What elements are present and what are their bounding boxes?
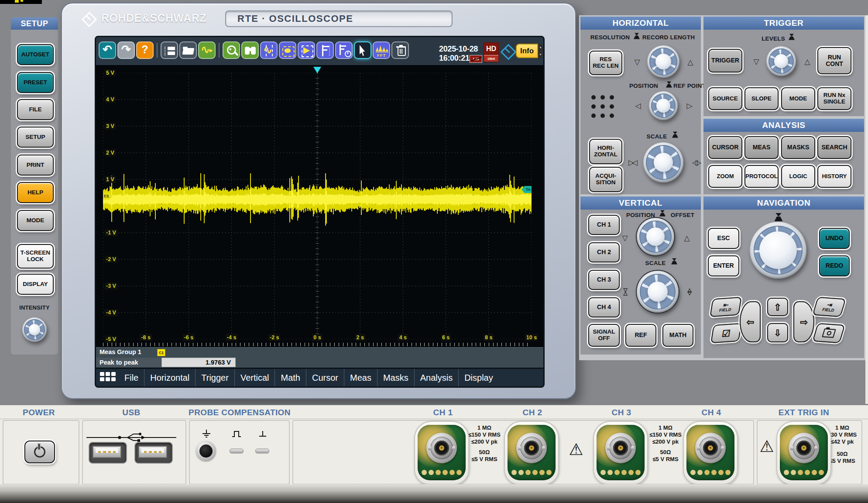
delete-icon[interactable] — [391, 41, 409, 59]
trigger-button[interactable]: TRIGGER — [708, 49, 742, 72]
protocol-button[interactable]: PROTOCOL — [744, 165, 779, 188]
print-button[interactable]: PRINT — [17, 155, 54, 176]
meas-button[interactable]: MEAS — [744, 136, 779, 159]
enter-button[interactable]: ENTER — [708, 255, 739, 276]
menu-analysis[interactable]: Analysis — [414, 369, 458, 386]
help-icon[interactable]: ? — [136, 41, 154, 59]
oscilloscope-front-panel: { "brand": {"name": "ROHDE&SCHWARZ", "mo… — [0, 0, 868, 503]
h-position-knob[interactable] — [649, 91, 678, 120]
file-open-icon[interactable] — [179, 41, 197, 59]
menu-vertical[interactable]: Vertical — [234, 369, 275, 386]
cursor-tool-icon[interactable]: ∿ — [260, 41, 278, 59]
arrow-right-key[interactable]: ⇨ — [793, 301, 814, 342]
arrow-up-icon: ⇧ — [774, 303, 782, 312]
search-button[interactable]: SEARCH — [817, 136, 851, 159]
navigation-knob[interactable] — [750, 222, 806, 279]
channel-2-button[interactable]: CH 2 — [588, 242, 620, 262]
undo-icon[interactable]: ↶ — [99, 41, 116, 59]
signal-off-button[interactable]: SIGNALOFF — [588, 324, 620, 347]
power-button[interactable] — [24, 441, 55, 463]
res-rec-len-button[interactable]: RESREC LEN — [589, 51, 622, 75]
autoset-button[interactable]: AUTOSET — [17, 44, 54, 65]
menu-cursor[interactable]: Cursor — [306, 369, 344, 386]
acquisition-button[interactable]: ACQUI-SITION — [589, 167, 622, 192]
v-position-knob[interactable] — [637, 218, 674, 255]
redo-icon[interactable]: ↷ — [117, 41, 135, 59]
model-badge: RTE · OSCILLOSCOPE — [225, 10, 453, 27]
mode-button[interactable]: MODE — [17, 210, 54, 231]
info-button[interactable]: Info — [516, 44, 538, 58]
bnc-ext-trig: + — [776, 421, 831, 485]
v-scale-label: SCALE — [645, 260, 666, 266]
channel-3-button[interactable]: CH 3 — [588, 270, 620, 290]
redo-button[interactable]: REDO — [819, 255, 850, 276]
file-button[interactable]: FILE — [17, 99, 54, 120]
logic-button[interactable]: LOGIC — [781, 165, 815, 188]
ext-trig-section-title: EXT TRIG IN — [779, 408, 829, 417]
masks-button[interactable]: MASKS — [781, 136, 815, 159]
history-button[interactable]: HISTORY — [817, 165, 851, 188]
measure-icon[interactable] — [316, 41, 334, 59]
ch1-section-title: CH 1 — [433, 408, 453, 417]
horizontal-button[interactable]: HORI-ZONTAL — [589, 139, 622, 164]
resolution-knob[interactable] — [647, 45, 679, 78]
quick-measure-icon[interactable] — [335, 41, 353, 59]
ref-point-label: REF POINT — [673, 83, 706, 89]
menu-grid-button[interactable] — [100, 372, 116, 381]
menu-horizontal[interactable]: Horizontal — [144, 369, 195, 386]
zoom-select-icon[interactable] — [298, 41, 315, 59]
push-knob-icon — [788, 34, 795, 41]
cursor-button[interactable]: CURSOR — [708, 136, 742, 159]
math-button[interactable]: MATH — [662, 324, 693, 347]
intensity-knob[interactable] — [22, 317, 47, 342]
help-button[interactable]: HELP — [17, 182, 54, 203]
screenshot-key[interactable] — [812, 323, 845, 343]
field-next-key[interactable]: ⇥ FIELD — [812, 297, 846, 317]
menu-masks[interactable]: Masks — [377, 369, 414, 386]
mask-test-icon[interactable] — [279, 41, 296, 59]
ref-button[interactable]: REF — [625, 324, 656, 347]
trigger-level-knob[interactable] — [766, 46, 796, 76]
zoom-button[interactable]: ZOOM — [708, 165, 742, 188]
dialog-toolbar-icon[interactable] — [161, 41, 178, 59]
menu-trigger[interactable]: Trigger — [195, 369, 234, 386]
run-nx-single-button[interactable]: RUN NxSINGLE — [817, 87, 851, 110]
fft-icon[interactable]: FFT — [373, 41, 390, 59]
field-previous-key[interactable]: ⇤ FIELD — [710, 297, 742, 317]
trigger-position-marker[interactable] — [313, 67, 321, 73]
arrow-left-key[interactable]: ⇦ — [740, 301, 761, 342]
bnc-ch1: + — [414, 421, 469, 485]
hd-badge: HD 16bit — [484, 42, 499, 62]
pointer-select-icon[interactable] — [354, 41, 371, 59]
info-spinner[interactable]: ▲▼ — [538, 44, 543, 58]
channel-4-button[interactable]: CH 4 — [588, 297, 620, 317]
channel-1-button[interactable]: CH 1 — [588, 215, 620, 235]
v-scale-knob[interactable] — [637, 271, 679, 313]
esc-button[interactable]: ESC — [708, 228, 739, 249]
setup-button[interactable]: SETUP — [17, 127, 54, 148]
intensity-label: INTENSITY — [19, 304, 50, 311]
bottom-ruler — [103, 343, 532, 346]
h-scale-knob[interactable] — [643, 142, 683, 183]
search-icon[interactable] — [241, 41, 259, 59]
undo-button[interactable]: UNDO — [819, 228, 850, 249]
waveform-demo-icon[interactable]: ∿ — [198, 41, 216, 59]
camera-icon — [822, 328, 836, 338]
probe-comp-square-terminal — [230, 449, 244, 454]
mode-button[interactable]: MODE — [781, 87, 815, 110]
menu-meas[interactable]: Meas — [344, 369, 377, 386]
slope-button[interactable]: SLOPE — [744, 87, 779, 110]
arrow-up-key[interactable]: ⇧ — [767, 298, 788, 316]
arrow-down-key[interactable]: ⇩ — [767, 323, 788, 342]
run-cont-button[interactable]: RUNCONT — [817, 47, 851, 74]
menu-file[interactable]: File — [119, 369, 144, 386]
preset-button[interactable]: PRESET — [17, 72, 54, 93]
menu-display[interactable]: Display — [458, 369, 499, 386]
decrease-arrow: ▽ — [622, 234, 628, 242]
t-screen-lock-button[interactable]: T-SCREENLOCK — [17, 244, 54, 269]
source-button[interactable]: SOURCE — [708, 87, 742, 110]
checkbox-key[interactable]: ☑ — [710, 323, 742, 343]
zoom-in-icon[interactable]: + — [223, 41, 240, 59]
display-button[interactable]: DISPLAY — [17, 274, 54, 295]
menu-math[interactable]: Math — [274, 369, 305, 386]
